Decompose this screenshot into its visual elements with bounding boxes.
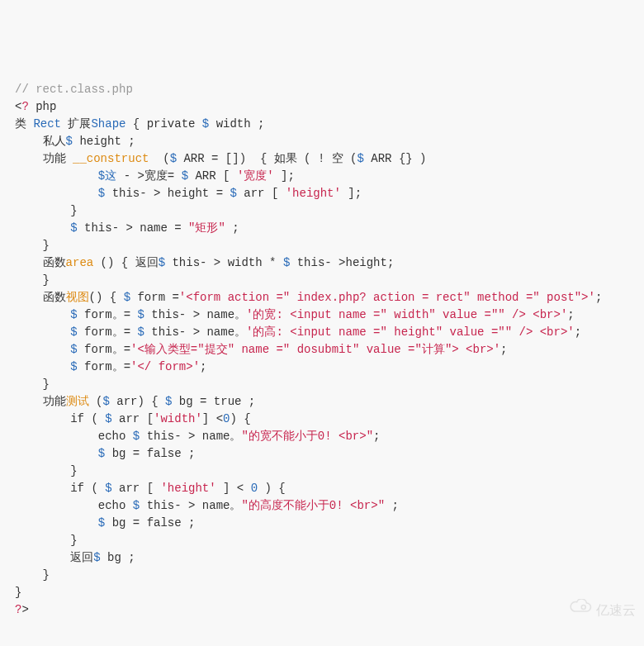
form-height-line: $ form。= $ this- > name。'的高: <input name… <box>15 324 629 341</box>
brace-close: } <box>15 532 629 549</box>
brace-close: } <box>15 584 629 601</box>
code-block: // rect.class.php<? php类 Rect 扩展Shape { … <box>15 81 629 619</box>
func-test: 功能测试 ($ arr) { $ bg = true ; <box>15 393 629 411</box>
brace-close: } <box>15 202 629 220</box>
return-bg: 返回$ bg ; <box>15 549 629 567</box>
if-width: if ( $ arr ['width'] <0) { <box>15 411 629 428</box>
echo-height-err: echo $ this- > name。"的高度不能小于0! <br>" ; <box>15 497 629 515</box>
comment-line: // rect.class.php <box>15 83 133 96</box>
brace-close: } <box>15 567 629 584</box>
if-height: if ( $ arr [ 'height' ] < 0 ) { <box>15 480 629 497</box>
form-close-line: $ form。='</ form>'; <box>15 359 629 376</box>
construct-line: 功能 __construct ($ ARR = []) { 如果 ( ! 空 (… <box>15 150 629 168</box>
brace-close: } <box>15 237 629 254</box>
assign-width: $这 - >宽度= $ ARR [ '宽度' ]; <box>15 168 629 185</box>
php-close-tag: ?> <box>15 601 629 619</box>
assign-name: $ this- > name = "矩形" ; <box>15 220 629 237</box>
assign-height: $ this- > height = $ arr [ 'height' ]; <box>15 185 629 202</box>
brace-close: } <box>15 272 629 289</box>
bg-false: $ bg = false ; <box>15 445 629 463</box>
brace-close: } <box>15 463 629 480</box>
func-view: 函数视图() { $ form ='<form action =" index.… <box>15 289 629 306</box>
form-width-line: $ form。= $ this- > name。'的宽: <input name… <box>15 306 629 324</box>
echo-width-err: echo $ this- > name。"的宽不能小于0! <br>"; <box>15 428 629 445</box>
prop-height: 私人$ height ; <box>15 133 629 150</box>
form-submit-line: $ form。='<输入类型="提交" name =" dosubmit" va… <box>15 341 629 359</box>
php-open-tag: <? php <box>15 100 56 113</box>
func-area: 函数area () { 返回$ this- > width * $ this- … <box>15 254 629 272</box>
class-decl: 类 Rect 扩展Shape { private $ width ; <box>15 116 629 133</box>
bg-false: $ bg = false ; <box>15 515 629 532</box>
brace-close: } <box>15 376 629 393</box>
